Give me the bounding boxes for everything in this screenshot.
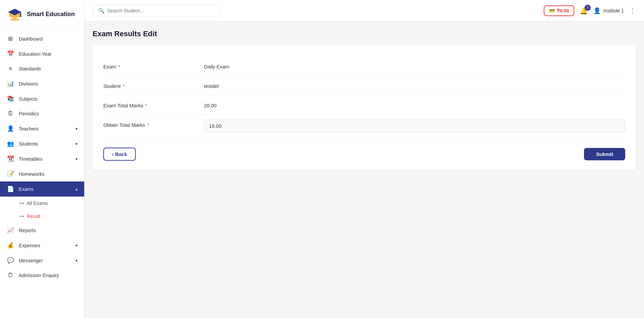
sidebar-item-label: Standards [19, 66, 41, 71]
sidebar-item-divisions[interactable]: 📊 Divisions [0, 76, 84, 91]
submit-button[interactable]: Submit [584, 148, 625, 160]
svg-point-5 [10, 18, 19, 21]
sidebar-subitem-all-exams[interactable]: ⊶ All Exams [0, 197, 84, 210]
obtain-total-marks-row: Obtain Total Marks * [103, 114, 625, 138]
sidebar-item-periodics[interactable]: 🗓 Periodics [0, 106, 84, 121]
subjects-icon: 📚 [7, 95, 14, 102]
more-options-button[interactable]: ⋮ [629, 7, 636, 15]
search-icon: 🔍 [98, 8, 105, 14]
admission-icon: 🗒 [7, 272, 14, 279]
sidebar-item-label: Teachers [19, 126, 39, 131]
sidebar-item-label: Education Year [19, 51, 52, 57]
sidebar-item-subjects[interactable]: 📚 Subjects [0, 91, 84, 106]
sidebar-item-label: Messenger [19, 258, 43, 263]
sidebar-nav: ⊞ Dashboard 📅 Education Year ≡ Standards… [0, 29, 84, 318]
logo-icon [7, 6, 23, 22]
dot-icon: ⊶ [19, 213, 24, 219]
wallet-button[interactable]: 💳 ₹0.00 [544, 5, 574, 16]
teachers-icon: 👤 [7, 125, 14, 132]
logo-area: Smart Education [0, 0, 84, 29]
sidebar-item-label: Periodics [19, 111, 39, 116]
svg-point-4 [20, 15, 21, 17]
sidebar-item-messenger[interactable]: 💬 Messenger ▾ [0, 253, 84, 268]
student-label: Student * [103, 81, 204, 89]
page-content: Exam Results Edit Exam * Daily Exam Stud… [85, 21, 644, 318]
sidebar-item-label: Students [19, 141, 38, 147]
user-name: Institute 1 [603, 8, 624, 13]
sidebar-item-teachers[interactable]: 👤 Teachers ▾ [0, 121, 84, 136]
chevron-down-icon: ▾ [75, 126, 77, 131]
exam-total-marks-label: Exam Total Marks * [103, 100, 204, 108]
sidebar-item-label: Divisions [19, 81, 38, 87]
wallet-icon: 💳 [549, 8, 555, 13]
students-icon: 👥 [7, 140, 14, 147]
standards-icon: ≡ [7, 65, 14, 72]
user-avatar-icon: 👤 [593, 7, 601, 14]
sidebar-item-label: Timetables [19, 156, 42, 162]
back-button[interactable]: ‹ Back [103, 148, 136, 161]
notification-button[interactable]: 🔔 0 [580, 7, 588, 15]
periodics-icon: 🗓 [7, 110, 14, 117]
exam-row: Exam * Daily Exam [103, 56, 625, 75]
user-info[interactable]: 👤 Institute 1 [593, 7, 624, 14]
exam-value: Daily Exam [204, 61, 625, 69]
expenses-icon: 💰 [7, 242, 14, 249]
sidebar-item-admission-enquiry[interactable]: 🗒 Admission Enquiry [0, 268, 84, 283]
student-row: Student * testdel [103, 75, 625, 95]
education-year-icon: 📅 [7, 50, 14, 57]
sidebar-item-exams[interactable]: 📄 Exams ▴ [0, 181, 84, 197]
obtain-total-marks-input-wrapper [204, 119, 625, 132]
page-title: Exam Results Edit [93, 30, 636, 38]
wallet-amount: ₹0.00 [557, 8, 569, 13]
notification-badge: 0 [585, 5, 591, 11]
sidebar-item-students[interactable]: 👥 Students ▾ [0, 136, 84, 151]
sidebar-item-dashboard[interactable]: ⊞ Dashboard [0, 31, 84, 46]
timetables-icon: 📆 [7, 155, 14, 162]
header: 🔍 💳 ₹0.00 🔔 0 👤 Institute 1 ⋮ [85, 0, 644, 21]
app-name: Smart Education [27, 11, 75, 18]
divisions-icon: 📊 [7, 80, 14, 87]
search-input[interactable] [107, 8, 214, 13]
sidebar-item-label: Subjects [19, 96, 38, 102]
reports-icon: 📈 [7, 227, 14, 234]
homeworks-icon: 📝 [7, 170, 14, 177]
obtain-total-marks-input[interactable] [204, 119, 625, 132]
sidebar: Smart Education ⊞ Dashboard 📅 Education … [0, 0, 85, 318]
exams-icon: 📄 [7, 186, 14, 193]
required-indicator: * [123, 83, 125, 89]
sidebar-item-label: Expenses [19, 243, 40, 248]
required-indicator: * [145, 103, 147, 108]
chevron-up-icon: ▴ [75, 187, 77, 192]
obtain-total-marks-label: Obtain Total Marks * [103, 119, 204, 128]
sidebar-item-label: Reports [19, 228, 36, 233]
sidebar-item-standards[interactable]: ≡ Standards [0, 61, 84, 76]
sidebar-item-label: Homeworks [19, 171, 45, 177]
chevron-down-icon: ▾ [75, 157, 77, 161]
sidebar-item-label: Exams [19, 187, 34, 192]
sidebar-item-label: Admission Enquiry [19, 273, 59, 278]
chevron-down-icon: ▾ [75, 243, 77, 248]
sub-item-label: Result [27, 214, 40, 219]
main-area: 🔍 💳 ₹0.00 🔔 0 👤 Institute 1 ⋮ Exam Resul… [85, 0, 644, 318]
required-indicator: * [147, 122, 149, 128]
sidebar-item-reports[interactable]: 📈 Reports [0, 223, 84, 238]
search-bar[interactable]: 🔍 [93, 5, 220, 17]
dot-icon: ⊶ [19, 200, 24, 206]
messenger-icon: 💬 [7, 257, 14, 264]
header-right: 💳 ₹0.00 🔔 0 👤 Institute 1 ⋮ [544, 5, 636, 16]
exams-sub-nav: ⊶ All Exams ⊶ Result [0, 197, 84, 223]
form-card: Exam * Daily Exam Student * testdel Exam… [93, 45, 636, 170]
exam-label: Exam * [103, 61, 204, 69]
sidebar-item-label: Dashboard [19, 36, 43, 42]
sidebar-item-education-year[interactable]: 📅 Education Year [0, 46, 84, 61]
chevron-down-icon: ▾ [75, 142, 77, 146]
dashboard-icon: ⊞ [7, 35, 14, 42]
sidebar-item-timetables[interactable]: 📆 Timetables ▾ [0, 151, 84, 166]
exam-total-marks-value: 20.00 [204, 100, 625, 108]
card-actions: ‹ Back Submit [103, 148, 625, 161]
sidebar-item-expenses[interactable]: 💰 Expenses ▾ [0, 238, 84, 253]
sidebar-subitem-result[interactable]: ⊶ Result [0, 210, 84, 223]
sidebar-item-homeworks[interactable]: 📝 Homeworks [0, 166, 84, 181]
required-indicator: * [118, 64, 120, 69]
exam-total-marks-row: Exam Total Marks * 20.00 [103, 95, 625, 114]
